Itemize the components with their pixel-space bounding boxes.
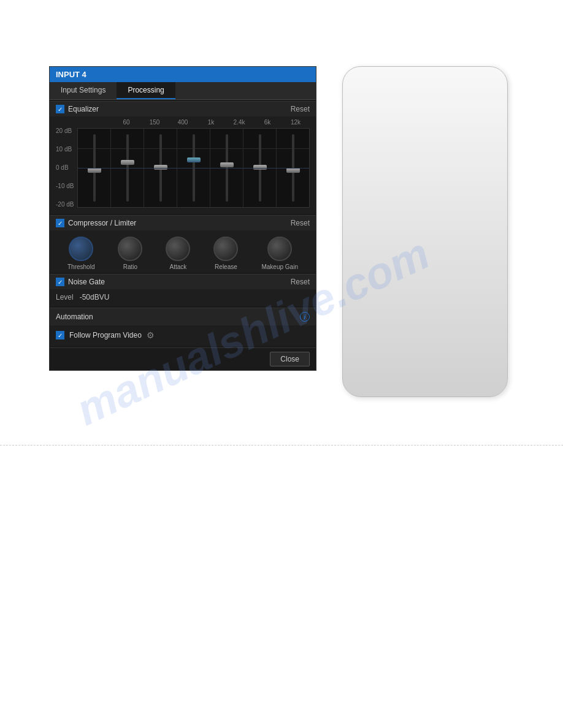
eq-thumb-2k4[interactable] xyxy=(220,162,234,167)
eq-slider-12k[interactable] xyxy=(277,129,309,207)
eq-track-2k4 xyxy=(226,134,228,202)
noise-gate-header: ✓ Noise Gate Reset xyxy=(50,275,316,289)
eq-db-0: 0 dB xyxy=(56,165,74,171)
compressor-reset-button[interactable]: Reset xyxy=(291,219,310,227)
close-button[interactable]: Close xyxy=(270,352,310,366)
eq-freq-row: 60 150 400 1k 2.4k 6k 12k xyxy=(56,119,310,126)
follow-checkbox[interactable]: ✓ xyxy=(56,331,64,339)
noise-gate-body: Level -50dBVU xyxy=(50,289,316,306)
eq-track-12k xyxy=(292,134,294,202)
tabs-row: Input Settings Processing xyxy=(50,82,316,100)
knobs-row: Threshold Ratio Attack Release Makeup Ga… xyxy=(50,230,316,273)
automation-header: Automation i xyxy=(50,308,316,325)
equalizer-section: ✓ Equalizer Reset 60 150 400 1k 2.4k 6k … xyxy=(50,101,316,214)
eq-freq-1k: 1k xyxy=(197,119,225,126)
makeup-gain-label: Makeup Gain xyxy=(261,264,297,270)
eq-db-10: 10 dB xyxy=(56,146,74,153)
eq-db-n10: -10 dB xyxy=(56,183,74,189)
noise-gate-checkbox[interactable]: ✓ xyxy=(56,278,64,286)
eq-container: 60 150 400 1k 2.4k 6k 12k 20 dB 10 dB 0 … xyxy=(50,116,316,214)
eq-thumb-150[interactable] xyxy=(121,160,134,165)
noise-gate-label: Noise Gate xyxy=(68,278,105,286)
eq-track-1k xyxy=(193,134,195,202)
attack-label: Attack xyxy=(170,264,187,270)
noise-gate-reset-button[interactable]: Reset xyxy=(291,278,310,286)
eq-slider-2k4[interactable] xyxy=(210,129,243,207)
knob-group-release: Release xyxy=(213,237,238,270)
eq-freq-2k4: 2.4k xyxy=(225,119,253,126)
separator-line xyxy=(0,445,563,446)
automation-label: Automation xyxy=(56,313,93,321)
eq-freq-400: 400 xyxy=(169,119,197,126)
equalizer-label: Equalizer xyxy=(68,105,99,113)
release-label: Release xyxy=(215,264,237,270)
eq-thumb-400[interactable] xyxy=(154,165,167,170)
tab-input-settings[interactable]: Input Settings xyxy=(50,82,117,99)
eq-thumb-12k[interactable] xyxy=(286,168,300,173)
knob-group-attack: Attack xyxy=(166,237,190,270)
eq-thumb-60[interactable] xyxy=(88,168,101,173)
main-panel: INPUT 4 Input Settings Processing ✓ Equa… xyxy=(49,66,316,371)
gear-icon[interactable]: ⚙ xyxy=(147,330,155,340)
eq-thumb-6k[interactable] xyxy=(253,165,267,170)
equalizer-header-left: ✓ Equalizer xyxy=(56,105,99,113)
eq-db-labels: 20 dB 10 dB 0 dB -10 dB -20 dB xyxy=(56,128,77,208)
eq-slider-60[interactable] xyxy=(78,129,111,207)
equalizer-header: ✓ Equalizer Reset xyxy=(50,102,316,116)
equalizer-reset-button[interactable]: Reset xyxy=(291,105,310,113)
attack-knob[interactable] xyxy=(166,237,190,261)
level-label: Level xyxy=(56,293,74,301)
eq-body: 20 dB 10 dB 0 dB -10 dB -20 dB xyxy=(56,128,310,208)
equalizer-checkbox[interactable]: ✓ xyxy=(56,105,64,113)
threshold-knob[interactable] xyxy=(69,237,93,261)
eq-slider-1k[interactable] xyxy=(177,129,210,207)
knob-group-ratio: Ratio xyxy=(118,237,142,270)
compressor-header-left: ✓ Compressor / Limiter xyxy=(56,219,136,227)
threshold-label: Threshold xyxy=(67,264,94,270)
eq-sliders xyxy=(77,128,310,208)
eq-track-60 xyxy=(93,134,96,202)
eq-freq-6k: 6k xyxy=(253,119,282,126)
eq-thumb-1k[interactable] xyxy=(187,157,201,162)
eq-slider-150[interactable] xyxy=(111,129,144,207)
ratio-knob[interactable] xyxy=(118,237,142,261)
ratio-label: Ratio xyxy=(123,264,137,270)
panel-title: INPUT 4 xyxy=(50,67,316,82)
automation-section: Automation i ✓ Follow Program Video ⚙ xyxy=(50,308,316,346)
level-value: -50dBVU xyxy=(80,293,110,301)
compressor-checkbox[interactable]: ✓ xyxy=(56,219,64,227)
eq-db-20: 20 dB xyxy=(56,128,74,134)
knob-group-makeup-gain: Makeup Gain xyxy=(261,237,297,270)
eq-slider-400[interactable] xyxy=(144,129,177,207)
noise-gate-header-left: ✓ Noise Gate xyxy=(56,278,105,286)
automation-info-icon[interactable]: i xyxy=(300,312,310,322)
eq-track-150 xyxy=(126,134,129,202)
eq-db-n20: -20 dB xyxy=(56,202,74,208)
eq-freq-150: 150 xyxy=(140,119,169,126)
compressor-label: Compressor / Limiter xyxy=(68,219,136,227)
follow-label: Follow Program Video xyxy=(69,331,142,339)
eq-freq-60: 60 xyxy=(112,119,140,126)
follow-row: ✓ Follow Program Video ⚙ xyxy=(50,325,316,346)
tab-processing[interactable]: Processing xyxy=(117,82,175,99)
right-panel xyxy=(342,66,508,397)
eq-freq-12k: 12k xyxy=(282,119,310,126)
compressor-header: ✓ Compressor / Limiter Reset xyxy=(50,216,316,230)
close-row: Close xyxy=(50,347,316,370)
eq-track-400 xyxy=(159,134,162,202)
knob-group-threshold: Threshold xyxy=(67,237,94,270)
compressor-section: ✓ Compressor / Limiter Reset Threshold R… xyxy=(50,215,316,273)
noise-gate-section: ✓ Noise Gate Reset Level -50dBVU xyxy=(50,274,316,306)
makeup-gain-knob[interactable] xyxy=(267,237,292,261)
release-knob[interactable] xyxy=(213,237,238,261)
eq-track-6k xyxy=(259,134,261,202)
eq-slider-6k[interactable] xyxy=(243,129,277,207)
